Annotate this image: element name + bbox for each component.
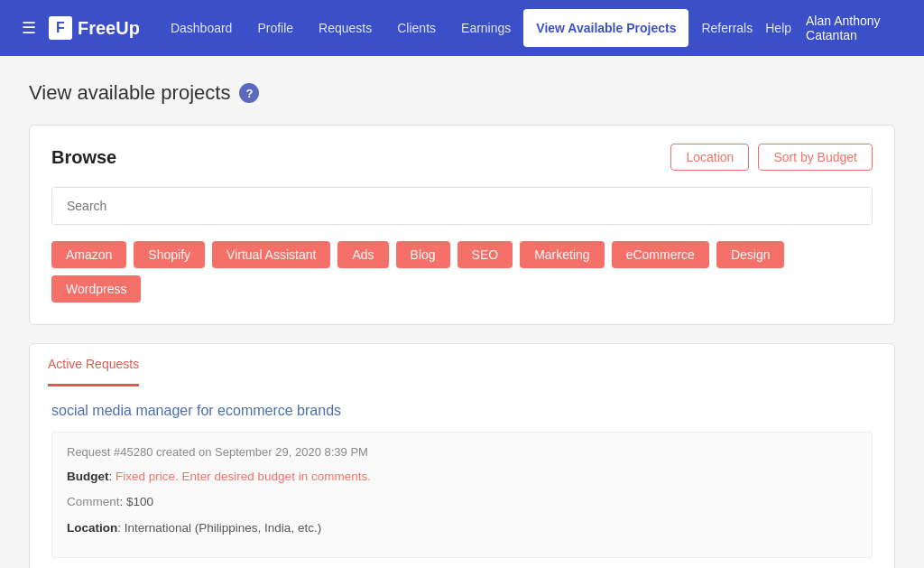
nav-link-dashboard[interactable]: Dashboard	[158, 0, 245, 56]
tag-ecommerce[interactable]: eCommerce	[612, 241, 709, 268]
nav-link-clients[interactable]: Clients	[384, 0, 448, 56]
navbar: ☰ F FreeUp Dashboard Profile Requests Cl…	[0, 0, 924, 56]
project-card: social media manager for ecommerce brand…	[29, 386, 895, 568]
browse-title: Browse	[51, 147, 116, 168]
project-title[interactable]: social media manager for ecommerce brand…	[51, 403, 873, 419]
tag-virtual-assistant[interactable]: Virtual Assistant	[212, 241, 330, 268]
help-circle-icon[interactable]: ?	[239, 83, 259, 103]
tag-blog[interactable]: Blog	[396, 241, 450, 268]
tag-marketing[interactable]: Marketing	[520, 241, 604, 268]
nav-right: Help Alan Anthony Catantan	[765, 14, 902, 42]
tag-ads[interactable]: Ads	[337, 241, 388, 268]
nav-link-referrals[interactable]: Referrals	[688, 0, 765, 56]
nav-link-requests[interactable]: Requests	[306, 0, 384, 56]
tab-active-requests[interactable]: Active Requests	[48, 344, 139, 386]
browse-card: Browse Location Sort by Budget Amazon Sh…	[29, 125, 895, 325]
nav-links: Dashboard Profile Requests Clients Earni…	[158, 0, 765, 56]
nav-link-profile[interactable]: Profile	[245, 0, 306, 56]
tag-amazon[interactable]: Amazon	[51, 241, 126, 268]
page-title: View available projects	[29, 81, 230, 105]
location-label: Location	[67, 521, 117, 535]
location-value: International (Philippines, India, etc.)	[125, 521, 321, 535]
project-details: Request #45280 created on September 29, …	[51, 432, 873, 558]
project-budget-row: Budget: Fixed price. Enter desired budge…	[67, 468, 857, 486]
help-link[interactable]: Help	[765, 21, 791, 35]
tag-wordpress[interactable]: Wordpress	[51, 275, 141, 303]
logo: F FreeUp	[49, 16, 140, 40]
tag-design[interactable]: Design	[716, 241, 785, 268]
hamburger-icon[interactable]: ☰	[22, 18, 36, 38]
page-header: View available projects ?	[29, 81, 895, 105]
browse-actions: Location Sort by Budget	[670, 144, 873, 171]
location-button[interactable]: Location	[670, 144, 749, 171]
nav-link-view-available-projects[interactable]: View Available Projects	[523, 9, 688, 47]
search-input[interactable]	[51, 187, 873, 225]
browse-header: Browse Location Sort by Budget	[51, 144, 873, 171]
tabs-bar: Active Requests	[29, 343, 895, 386]
project-location-row: Location: International (Philippines, In…	[67, 519, 857, 537]
budget-label: Budget	[67, 470, 109, 483]
logo-f-icon: F	[49, 16, 72, 40]
project-item: social media manager for ecommerce brand…	[30, 386, 894, 568]
project-comment-row: Comment: $100	[67, 493, 857, 511]
logo-text: FreeUp	[78, 18, 140, 39]
tag-shopify[interactable]: Shopify	[134, 241, 205, 268]
comment-label: Comment	[67, 495, 120, 508]
page-content: View available projects ? Browse Locatio…	[0, 56, 924, 568]
budget-value: Fixed price. Enter desired budget in com…	[116, 470, 371, 483]
tags-container: Amazon Shopify Virtual Assistant Ads Blo…	[51, 241, 873, 303]
sort-by-budget-button[interactable]: Sort by Budget	[758, 144, 873, 171]
tag-seo[interactable]: SEO	[457, 241, 513, 268]
project-meta: Request #45280 created on September 29, …	[67, 445, 857, 459]
comment-value: $100	[126, 495, 153, 508]
user-name: Alan Anthony Catantan	[806, 14, 902, 42]
nav-link-earnings[interactable]: Earnings	[448, 0, 523, 56]
